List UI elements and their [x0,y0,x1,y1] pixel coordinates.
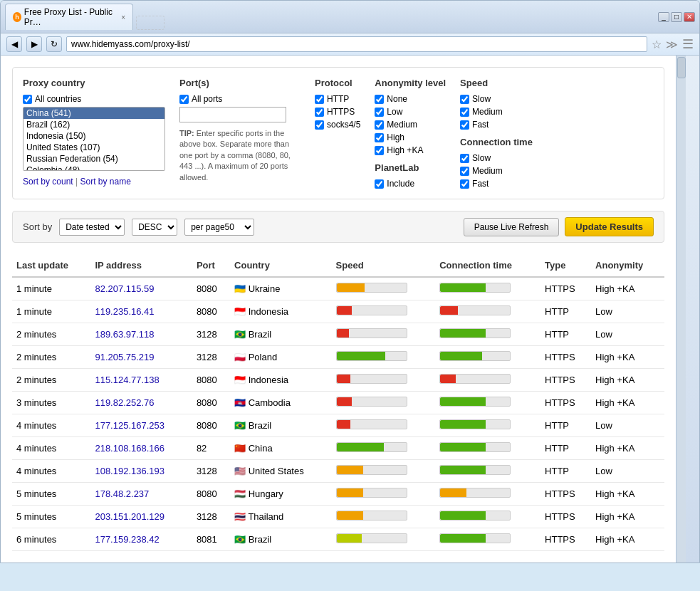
cell-ip[interactable]: 82.207.115.59 [90,277,192,300]
country-option[interactable]: Brazil (162) [23,119,164,130]
update-results-button[interactable]: Update Results [565,217,654,236]
cell-port: 8080 [192,392,230,414]
medium-checkbox[interactable] [375,120,384,130]
address-bar[interactable] [66,36,647,52]
per-page-select[interactable]: per page50 per page30 per page100 [184,219,254,236]
country-option[interactable]: China (541) [23,108,164,119]
minimize-button[interactable]: _ [658,12,669,22]
ip-link[interactable]: 177.159.238.42 [95,534,159,545]
highka-checkbox-label[interactable]: High +KA [375,145,446,155]
none-checkbox-label[interactable]: None [375,94,446,104]
include-checkbox-label[interactable]: Include [375,179,446,189]
speed-slow-label[interactable]: Slow [460,94,533,104]
scrollbar[interactable] [676,56,686,563]
all-countries-checkbox[interactable] [23,95,32,104]
country-option[interactable]: Russian Federation (54) [23,153,164,164]
cell-ip[interactable]: 178.48.2.237 [90,483,192,506]
include-checkbox[interactable] [375,179,384,189]
refresh-button[interactable]: ↻ [46,36,62,52]
cell-ip[interactable]: 203.151.201.129 [90,506,192,528]
all-countries-checkbox-label[interactable]: All countries [23,94,165,104]
forward-button[interactable]: ▶ [26,36,42,52]
pause-live-refresh-button[interactable]: Pause Live Refresh [464,218,560,236]
high-checkbox-label[interactable]: High [375,132,446,142]
ip-link[interactable]: 189.63.97.118 [95,329,154,340]
table-row: 5 minutes 178.48.2.237 8080 🇭🇺 Hungary H… [12,483,664,506]
cell-ip[interactable]: 189.63.97.118 [90,323,192,346]
browser-tab[interactable]: h Free Proxy List - Public Pr… × [5,4,133,30]
close-tab-button[interactable]: × [121,14,125,21]
ip-link[interactable]: 91.205.75.219 [95,352,154,362]
cell-ip[interactable]: 119.82.252.76 [90,392,192,414]
ip-link[interactable]: 178.48.2.237 [95,488,149,499]
extensions-icon[interactable]: ≫ [666,38,678,51]
anonymity-filter: Anonymity level None Low Medium High Hig… [375,78,446,189]
country-listbox[interactable]: China (541) Brazil (162) Indonesia (150)… [23,107,165,171]
speed-fast-label[interactable]: Fast [460,120,533,130]
conn-fast-label[interactable]: Fast [460,179,533,189]
ip-link[interactable]: 108.192.136.193 [95,466,164,476]
speed-fast-checkbox[interactable] [460,120,469,130]
page-content: Proxy country All countries China (541) … [1,56,676,563]
conn-slow-checkbox[interactable] [460,154,469,163]
conn-medium-checkbox[interactable] [460,167,469,176]
all-ports-checkbox-label[interactable]: All ports [179,94,301,104]
close-button[interactable]: ✕ [684,12,695,22]
cell-type: HTTP [540,323,591,346]
none-checkbox[interactable] [375,95,384,104]
highka-checkbox[interactable] [375,146,384,155]
connection-bar-fill [440,306,458,315]
cell-ip[interactable]: 177.125.167.253 [90,414,192,437]
cell-ip[interactable]: 91.205.75.219 [90,346,192,369]
low-checkbox-label[interactable]: Low [375,107,446,117]
scrollbar-thumb[interactable] [677,57,686,78]
ip-link[interactable]: 177.125.167.253 [95,420,164,431]
sort-by-count-link[interactable]: Sort by count [23,177,73,187]
medium-checkbox-label[interactable]: Medium [375,120,446,130]
speed-bar-fill [337,283,365,292]
maximize-button[interactable]: □ [671,12,682,22]
all-ports-checkbox[interactable] [179,95,189,104]
speed-slow-checkbox[interactable] [460,95,469,104]
http-checkbox-label[interactable]: HTTP [315,94,360,104]
ip-link[interactable]: 115.124.77.138 [95,375,159,385]
sort-by-select[interactable]: Date tested [59,219,125,236]
protocol-filter: Protocol HTTP HTTPS socks4/5 [315,78,360,189]
http-checkbox[interactable] [315,95,324,104]
connection-bar [439,419,511,429]
cell-ip[interactable]: 108.192.136.193 [90,460,192,483]
socks-checkbox[interactable] [315,120,324,130]
cell-ip[interactable]: 218.108.168.166 [90,437,192,460]
low-checkbox[interactable] [375,108,384,117]
country-option[interactable]: United States (107) [23,142,164,153]
conn-slow-label[interactable]: Slow [460,153,533,163]
back-button[interactable]: ◀ [6,36,22,52]
ip-link[interactable]: 82.207.115.59 [95,283,154,294]
socks-checkbox-label[interactable]: socks4/5 [315,120,360,130]
ip-link[interactable]: 203.151.201.129 [95,511,164,522]
order-select[interactable]: DESC ASC [132,219,177,236]
high-checkbox[interactable] [375,133,384,142]
cell-ip[interactable]: 177.159.238.42 [90,528,192,551]
cell-ip[interactable]: 119.235.16.41 [90,300,192,323]
port-input[interactable] [179,107,286,122]
ip-link[interactable]: 119.82.252.76 [95,397,154,408]
browser-window: h Free Proxy List - Public Pr… × _ □ ✕ ◀… [0,0,700,563]
bookmark-star-icon[interactable]: ☆ [652,38,662,51]
cell-ip[interactable]: 115.124.77.138 [90,369,192,392]
ip-link[interactable]: 119.235.16.41 [95,306,154,317]
speed-bar [336,488,407,498]
https-checkbox-label[interactable]: HTTPS [315,107,360,117]
menu-icon[interactable]: ☰ [682,36,694,52]
country-option[interactable]: Indonesia (150) [23,130,164,142]
speed-medium-label[interactable]: Medium [460,107,533,117]
ip-link[interactable]: 218.108.168.166 [95,443,164,454]
cell-country: 🇺🇦 Ukraine [230,277,332,300]
country-option[interactable]: Colombia (48) [23,164,164,171]
sort-by-name-link[interactable]: Sort by name [80,177,131,187]
conn-medium-label[interactable]: Medium [460,166,533,176]
speed-medium-checkbox[interactable] [460,108,469,117]
conn-fast-checkbox[interactable] [460,179,469,189]
https-checkbox[interactable] [315,108,324,117]
connection-bar [439,374,511,384]
